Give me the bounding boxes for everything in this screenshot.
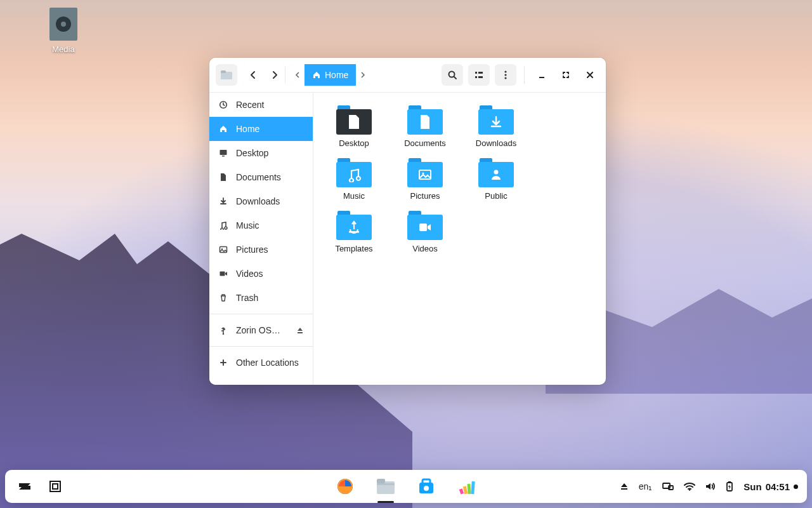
folder-label: Desktop [339, 138, 369, 148]
hamburger-menu-button[interactable] [495, 64, 516, 86]
file-manager-window: Home Recent [209, 58, 606, 385]
workspace-button[interactable] [44, 476, 66, 497]
folder-label: Downloads [476, 138, 516, 148]
app-files[interactable] [375, 476, 396, 497]
sidebar-item-label: Recent [236, 100, 264, 110]
maximize-button[interactable] [556, 65, 575, 84]
tray-eject-icon[interactable] [620, 482, 629, 491]
folder-label: Templates [335, 244, 372, 253]
titlebar[interactable]: Home [209, 58, 606, 93]
folder-icon [478, 158, 514, 187]
media-disc-icon [49, 8, 77, 41]
sidebar-item-label: Videos [236, 269, 263, 279]
clock-time: 04:51 [766, 481, 790, 492]
system-tray: en₁ Sun 04:51 [620, 481, 798, 492]
svg-rect-6 [478, 76, 483, 78]
folder-label: Music [343, 191, 365, 201]
folder-templates[interactable]: Templates [318, 208, 390, 256]
svg-point-20 [494, 170, 499, 175]
usb-icon [218, 325, 228, 335]
svg-rect-34 [467, 484, 471, 494]
folder-icon [478, 105, 514, 135]
volume-icon[interactable] [705, 482, 716, 491]
desktop-icon-label: Media [35, 44, 92, 54]
folder-app-icon [216, 64, 237, 86]
sidebar-item-recent[interactable]: Recent [209, 93, 313, 117]
svg-rect-24 [53, 484, 58, 489]
svg-rect-5 [475, 76, 477, 78]
svg-rect-13 [222, 156, 225, 157]
documents-icon [218, 172, 228, 182]
battery-icon[interactable] [726, 481, 733, 492]
folder-icon [407, 105, 443, 135]
sidebar-item-downloads[interactable]: Downloads [209, 189, 313, 213]
back-button[interactable] [242, 64, 264, 86]
folder-icon [407, 158, 443, 187]
svg-rect-28 [377, 483, 395, 485]
folder-icon [407, 211, 443, 240]
folder-label: Public [485, 191, 507, 201]
file-grid[interactable]: Desktop Documents Downloads [313, 93, 606, 385]
svg-rect-21 [349, 231, 359, 233]
sidebar-item-label: Documents [236, 172, 281, 182]
pictures-icon [218, 244, 228, 255]
svg-rect-16 [220, 272, 225, 276]
sidebar-item-music[interactable]: Music [209, 213, 313, 237]
sidebar: Recent Home Desktop Documents Downloads … [209, 93, 313, 385]
folder-videos[interactable]: Videos [390, 208, 461, 256]
svg-rect-1 [221, 70, 226, 73]
folder-pictures[interactable]: Pictures [390, 156, 461, 203]
keyboard-layout-indicator[interactable]: en₁ [639, 481, 653, 491]
svg-rect-27 [377, 479, 385, 483]
sidebar-item-pictures[interactable]: Pictures [209, 237, 313, 262]
svg-rect-40 [728, 481, 731, 483]
sidebar-item-desktop[interactable]: Desktop [209, 141, 313, 165]
view-toggle-button[interactable] [468, 64, 490, 86]
desktop-icon [218, 148, 228, 158]
sidebar-separator [209, 314, 313, 314]
forward-button[interactable] [264, 64, 285, 86]
separator [524, 66, 525, 84]
sidebar-item-label: Pictures [236, 244, 268, 255]
folder-public[interactable]: Public [461, 156, 532, 203]
network-icon[interactable] [662, 482, 674, 491]
search-button[interactable] [442, 64, 463, 86]
folder-icon [336, 105, 372, 135]
taskbar: en₁ Sun 04:51 [5, 470, 807, 503]
sidebar-item-label: Other Locations [236, 358, 299, 368]
app-firefox[interactable] [334, 476, 356, 497]
home-icon [218, 124, 228, 134]
wifi-icon[interactable] [684, 482, 695, 491]
sidebar-item-documents[interactable]: Documents [209, 165, 313, 189]
folder-documents[interactable]: Documents [390, 103, 461, 150]
close-button[interactable] [580, 65, 599, 84]
plus-icon [218, 358, 228, 368]
videos-icon [218, 269, 228, 279]
app-software-store[interactable] [416, 476, 437, 497]
sidebar-item-zorin-os[interactable]: Zorin OS… [209, 318, 313, 342]
folder-music[interactable]: Music [318, 156, 390, 203]
sidebar-item-trash[interactable]: Trash [209, 286, 313, 310]
svg-point-31 [424, 486, 429, 491]
minimize-button[interactable] [532, 65, 551, 84]
sidebar-item-home[interactable]: Home [209, 117, 313, 141]
path-segment-home[interactable]: Home [304, 64, 356, 86]
folder-label: Videos [412, 244, 438, 253]
clock[interactable]: Sun 04:51 [743, 481, 798, 492]
sidebar-item-label: Desktop [236, 148, 268, 158]
folder-downloads[interactable]: Downloads [461, 103, 532, 150]
trash-icon [218, 293, 228, 303]
sidebar-item-videos[interactable]: Videos [209, 262, 313, 286]
path-next-button[interactable] [356, 64, 370, 86]
desktop-icon-media[interactable]: Media [35, 8, 92, 54]
folder-desktop[interactable]: Desktop [318, 103, 390, 150]
sidebar-item-other-locations[interactable]: Other Locations [209, 351, 313, 375]
app-appearance[interactable] [456, 476, 478, 497]
zorin-menu-button[interactable] [14, 476, 36, 497]
sidebar-item-label: Music [236, 220, 259, 231]
path-prev-button[interactable] [291, 64, 304, 86]
music-icon [218, 220, 228, 231]
svg-rect-23 [50, 481, 60, 491]
eject-button[interactable] [296, 326, 304, 334]
svg-rect-12 [220, 150, 227, 155]
